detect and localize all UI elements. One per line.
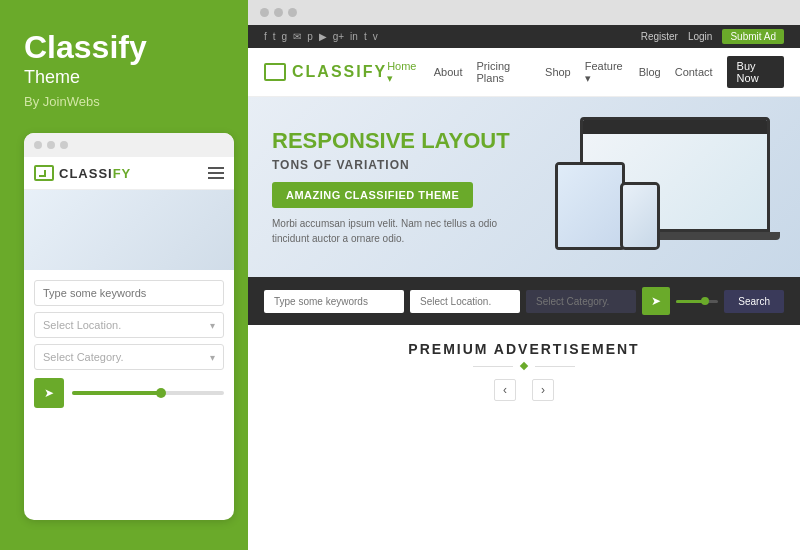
browser-dot-3 [288,8,297,17]
hamburger-line-2 [208,172,224,174]
hero-devices [520,117,780,257]
mobile-category-select[interactable]: Select Category. [34,344,224,370]
mobile-preview-card: CLASSIFY Select Location. Select Categor… [24,133,234,520]
login-link[interactable]: Login [688,31,712,42]
nav-home[interactable]: Home ▾ [387,60,420,85]
premium-nav-arrows: ‹ › [268,379,780,401]
logo-text-accent: FY [363,63,387,80]
register-link[interactable]: Register [641,31,678,42]
hero-subheading: TONS OF VARIATION [272,158,520,172]
mobile-btn-row: ➤ [34,378,224,408]
mobile-dot-1 [34,141,42,149]
twitter-icon[interactable]: t [273,31,276,42]
mobile-hero-area [24,190,234,270]
mobile-slider-thumb [156,388,166,398]
theme-author: By JoinWebs [24,94,100,109]
laptop-screen-bar [583,120,767,134]
google-icon[interactable]: g [282,31,288,42]
site-hero: RESPONSIVE LAYOUT TONS OF VARIATION AMAZ… [248,97,800,277]
mobile-category-label: Select Category. [43,351,124,363]
browser-dot-1 [260,8,269,17]
mail-icon[interactable]: ✉ [293,31,301,42]
phone-device [620,182,660,257]
vimeo-icon[interactable]: v [373,31,378,42]
linkedin-icon[interactable]: in [350,31,358,42]
hero-heading: RESPONSIVE LAYOUT [272,128,520,154]
mobile-location-label: Select Location. [43,319,121,331]
mobile-topbar [24,133,234,157]
nav-feature[interactable]: Feature ▾ [585,60,625,85]
mobile-logo: CLASSIFY [34,165,131,181]
search-location-input[interactable] [410,290,520,313]
hero-text-block: RESPONSIVE LAYOUT TONS OF VARIATION AMAZ… [272,128,520,246]
site-search-bar: ➤ Search [248,277,800,325]
nav-about[interactable]: About [434,66,463,78]
search-price-slider[interactable] [676,300,718,303]
mobile-dot-3 [60,141,68,149]
mobile-logo-icon [34,165,54,181]
pinterest-icon[interactable]: p [307,31,313,42]
submit-ad-button[interactable]: Submit Ad [722,29,784,44]
search-keyword-input[interactable] [264,290,404,313]
topbar-right: Register Login Submit Ad [641,29,784,44]
hero-description: Morbi accumsan ipsum velit. Nam nec tell… [272,216,520,246]
left-panel: Classify Theme By JoinWebs CLASSIFY [0,0,248,550]
divider-line-right [535,366,575,367]
nav-contact[interactable]: Contact [675,66,713,78]
site-logo: CLASSIFY [264,63,387,81]
site-logo-text: CLASSIFY [292,63,387,81]
tablet-screen-inner [558,165,622,247]
site-topbar: f t g ✉ p ▶ g+ in t v Register Login Sub… [248,25,800,48]
mobile-search-button[interactable]: ➤ [34,378,64,408]
nav-shop[interactable]: Shop [545,66,571,78]
browser-dot-2 [274,8,283,17]
nav-pricing[interactable]: Pricing Plans [477,60,532,84]
divider-line-left [473,366,513,367]
mobile-nav: CLASSIFY [24,157,234,190]
hamburger-icon[interactable] [208,167,224,179]
facebook-icon[interactable]: f [264,31,267,42]
phone-screen-inner [623,185,657,247]
hamburger-line-3 [208,177,224,179]
premium-section: PREMIUM ADVERTISEMENT ‹ › [248,325,800,550]
site-nav: CLASSIFY Home ▾ About Pricing Plans Shop… [248,48,800,97]
browser-chrome [248,0,800,25]
gplus-icon[interactable]: g+ [333,31,344,42]
mobile-logo-accent: FY [113,166,132,181]
tumblr-icon[interactable]: t [364,31,367,42]
website-mockup: f t g ✉ p ▶ g+ in t v Register Login Sub… [248,25,800,550]
search-slider-fill [676,300,704,303]
theme-subtitle: Theme [24,67,80,88]
search-arrow-button[interactable]: ➤ [642,287,670,315]
hero-cta-button[interactable]: AMAZING CLASSIFIED THEME [272,182,473,208]
site-nav-links: Home ▾ About Pricing Plans Shop Feature … [387,56,784,88]
divider-diamond [520,362,528,370]
premium-divider [268,363,780,369]
premium-prev-button[interactable]: ‹ [494,379,516,401]
nav-buy-now[interactable]: Buy Now [727,56,784,88]
theme-title: Classify [24,30,147,65]
mobile-form: Select Location. Select Category. ➤ [24,270,234,418]
logo-text-main: CLASSI [292,63,363,80]
right-panel: f t g ✉ p ▶ g+ in t v Register Login Sub… [248,0,800,550]
premium-title: PREMIUM ADVERTISEMENT [268,341,780,357]
nav-blog[interactable]: Blog [639,66,661,78]
mobile-keyword-input[interactable] [34,280,224,306]
mobile-location-select[interactable]: Select Location. [34,312,224,338]
tablet-device [555,162,625,257]
premium-next-button[interactable]: › [532,379,554,401]
mobile-dot-2 [47,141,55,149]
topbar-social-icons: f t g ✉ p ▶ g+ in t v [264,31,378,42]
search-category-input[interactable] [526,290,636,313]
hamburger-line-1 [208,167,224,169]
youtube-icon[interactable]: ▶ [319,31,327,42]
mobile-slider-fill [72,391,163,395]
search-slider-thumb [701,297,709,305]
phone-screen [620,182,660,250]
search-button[interactable]: Search [724,290,784,313]
mobile-price-slider[interactable] [72,391,224,395]
hero-heading-main: RESPONSIVE [272,128,421,153]
mobile-logo-text: CLASSIFY [59,166,131,181]
hero-heading-accent: LAYOUT [421,128,509,153]
site-logo-icon [264,63,286,81]
